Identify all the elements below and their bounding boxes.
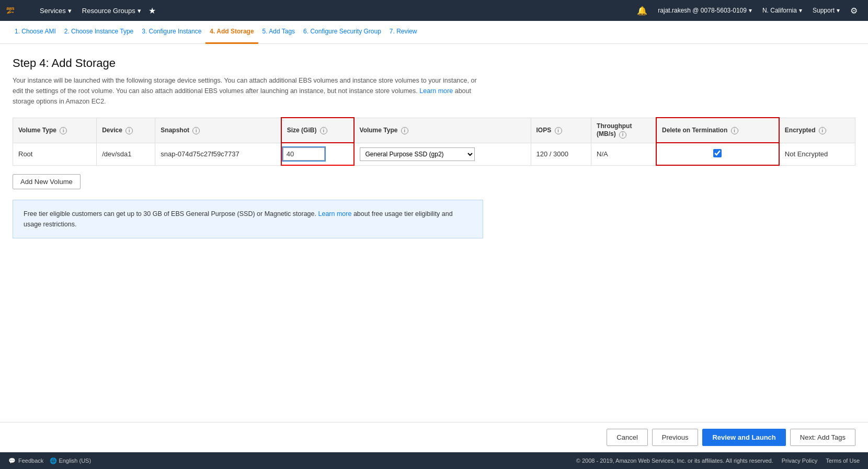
col-header-size: Size (GiB) i — [281, 118, 354, 143]
terms-of-use-link[interactable]: Terms of Use — [826, 457, 860, 464]
nav-right-section: 🔔 rajat.rakesh @ 0078-5603-0109 ▾ N. Cal… — [633, 0, 862, 21]
volume-type-select[interactable]: General Purpose SSD (gp2) Provisioned IO… — [360, 147, 475, 161]
col-header-volume-type: Volume Type i — [13, 118, 97, 143]
resource-groups-label: Resource Groups — [82, 7, 135, 15]
info-delete-on-term-icon[interactable]: i — [731, 127, 738, 134]
svg-text:aws: aws — [6, 6, 15, 11]
services-menu-button[interactable]: Services ▾ — [35, 0, 77, 21]
learn-more-free-tier-link[interactable]: Learn more — [318, 210, 351, 218]
top-navigation: aws Services ▾ Resource Groups ▾ ★ 🔔 raj… — [0, 0, 868, 21]
row-encrypted: Not Encrypted — [779, 143, 855, 165]
row-delete-on-termination-cell — [656, 143, 779, 165]
support-chevron-icon: ▾ — [837, 7, 840, 14]
account-menu-button[interactable]: rajat.rakesh @ 0078-5603-0109 ▾ — [654, 0, 756, 21]
services-label: Services — [40, 7, 66, 15]
col-header-delete-on-termination: Delete on Termination i — [656, 118, 779, 143]
footer: 💬 Feedback 🌐 English (US) © 2008 - 2019,… — [0, 452, 868, 469]
region-label: N. California — [762, 7, 797, 14]
col-header-device: Device i — [97, 118, 155, 143]
info-snapshot-icon[interactable]: i — [192, 127, 200, 134]
privacy-policy-link[interactable]: Privacy Policy — [782, 457, 817, 464]
step-7-review[interactable]: 7. Review — [385, 21, 421, 44]
resource-groups-chevron-icon: ▾ — [138, 7, 141, 15]
cancel-button[interactable]: Cancel — [607, 429, 647, 446]
page-description: Your instance will be launched with the … — [13, 75, 483, 107]
region-menu-button[interactable]: N. California ▾ — [758, 0, 806, 21]
aws-logo[interactable]: aws — [6, 5, 26, 16]
col-header-vol-type: Volume Type i — [354, 118, 531, 143]
step-3-configure-instance[interactable]: 3. Configure Instance — [138, 21, 205, 44]
next-add-tags-button[interactable]: Next: Add Tags — [790, 429, 855, 446]
previous-button[interactable]: Previous — [652, 429, 699, 446]
account-chevron-icon: ▾ — [749, 7, 752, 14]
services-chevron-icon: ▾ — [68, 7, 72, 15]
support-label: Support — [813, 7, 835, 14]
row-throughput: N/A — [591, 143, 656, 165]
footer-left: 💬 Feedback 🌐 English (US) — [8, 457, 91, 464]
step-4-add-storage[interactable]: 4. Add Storage — [205, 21, 258, 44]
row-vol-type-cell: General Purpose SSD (gp2) Provisioned IO… — [354, 143, 531, 165]
support-menu-button[interactable]: Support ▾ — [808, 0, 844, 21]
footer-right: © 2008 - 2019, Amazon Web Services, Inc.… — [576, 457, 860, 464]
storage-table: Volume Type i Device i Snapshot i Size (… — [13, 117, 855, 166]
bottom-action-bar: Cancel Previous Review and Launch Next: … — [0, 422, 868, 452]
step-navigation: 1. Choose AMI 2. Choose Instance Type 3.… — [0, 21, 868, 44]
row-size-cell — [281, 143, 354, 165]
account-label: rajat.rakesh @ 0078-5603-0109 — [658, 7, 747, 14]
step-1-choose-ami[interactable]: 1. Choose AMI — [10, 21, 60, 44]
info-encrypted-icon[interactable]: i — [819, 127, 826, 134]
col-header-encrypted: Encrypted i — [779, 118, 855, 143]
info-vol-type-icon[interactable]: i — [401, 127, 408, 134]
main-content: Step 4: Add Storage Your instance will b… — [0, 44, 868, 422]
free-tier-info-box: Free tier eligible customers can get up … — [13, 200, 483, 238]
table-row: Root /dev/sda1 snap-074d75c27f59c7737 Ge… — [13, 143, 855, 165]
footer-language: 🌐 English (US) — [50, 457, 91, 464]
review-and-launch-button[interactable]: Review and Launch — [702, 429, 785, 446]
favorites-star-icon[interactable]: ★ — [149, 6, 156, 16]
size-input[interactable] — [283, 147, 325, 161]
learn-more-storage-link[interactable]: Learn more — [419, 87, 453, 95]
col-header-snapshot: Snapshot i — [155, 118, 281, 143]
feedback-button[interactable]: 💬 Feedback — [8, 457, 43, 464]
info-volume-type-icon[interactable]: i — [60, 127, 67, 134]
col-header-throughput: Throughput(MB/s) i — [591, 118, 656, 143]
add-new-volume-button[interactable]: Add New Volume — [13, 174, 81, 189]
row-volume-type: Root — [13, 143, 97, 165]
info-size-icon[interactable]: i — [320, 127, 327, 134]
info-iops-icon[interactable]: i — [555, 127, 562, 134]
col-header-iops: IOPS i — [531, 118, 591, 143]
row-iops: 120 / 3000 — [531, 143, 591, 165]
resource-groups-menu-button[interactable]: Resource Groups ▾ — [77, 0, 146, 21]
feedback-chat-icon: 💬 — [8, 457, 16, 464]
globe-icon: 🌐 — [50, 457, 57, 464]
notifications-bell-icon[interactable]: 🔔 — [633, 0, 652, 21]
step-5-add-tags[interactable]: 5. Add Tags — [258, 21, 300, 44]
step-6-configure-security-group[interactable]: 6. Configure Security Group — [299, 21, 385, 44]
row-snapshot: snap-074d75c27f59c7737 — [155, 143, 281, 165]
delete-on-termination-checkbox[interactable] — [713, 149, 722, 157]
settings-gear-icon[interactable]: ⚙ — [846, 0, 862, 21]
footer-copyright: © 2008 - 2019, Amazon Web Services, Inc.… — [576, 457, 773, 464]
step-2-choose-instance-type[interactable]: 2. Choose Instance Type — [60, 21, 138, 44]
region-chevron-icon: ▾ — [799, 7, 802, 14]
info-device-icon[interactable]: i — [125, 127, 133, 134]
page-title: Step 4: Add Storage — [13, 56, 855, 70]
info-throughput-icon[interactable]: i — [619, 131, 626, 139]
row-device: /dev/sda1 — [97, 143, 155, 165]
